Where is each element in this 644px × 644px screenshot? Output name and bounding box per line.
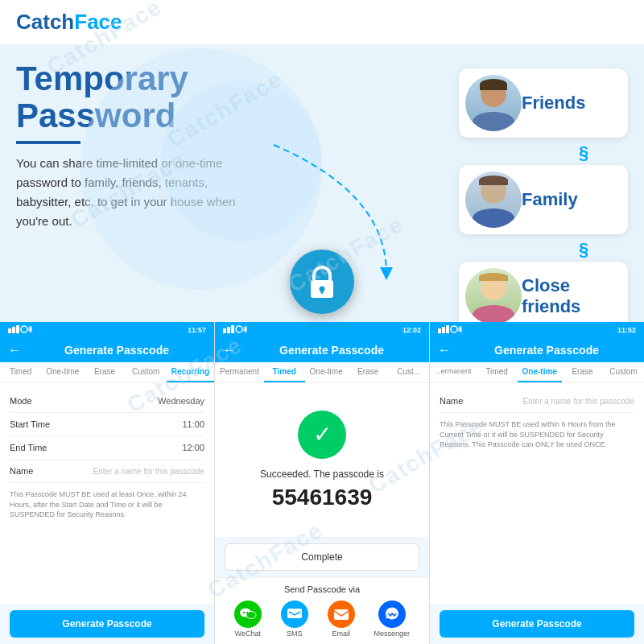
- tab-custom-2[interactable]: Cust...: [388, 362, 429, 382]
- form-row-name-3: Name Enter a name for this passcode: [440, 390, 634, 413]
- form-1: Mode Wednesday Start Time 11:00 End Time…: [0, 383, 214, 604]
- status-bar-3: 11:52: [430, 322, 644, 338]
- form-row-end: End Time 12:00: [10, 436, 204, 460]
- tab-erase-2[interactable]: Erase: [348, 362, 389, 382]
- tab-erase-1[interactable]: Erase: [84, 362, 125, 382]
- tab-timed-3[interactable]: Timed: [477, 362, 518, 382]
- avatar-friends: [465, 75, 522, 131]
- complete-button[interactable]: Complete: [225, 543, 419, 571]
- wechat-svg: [239, 605, 257, 623]
- tab-custom-1[interactable]: Custom: [126, 362, 167, 382]
- svg-rect-3: [8, 328, 11, 333]
- family-label: Family: [522, 189, 578, 210]
- app-header: CatchFace: [0, 0, 644, 44]
- avatar-hair-3: [479, 273, 508, 281]
- phone-screen-2: 12:02 ← Generate Passcode Permanent Time…: [215, 322, 429, 644]
- tabs-1: Timed One-time Erase Custom Recurring: [0, 362, 214, 383]
- start-value: 11:00: [182, 419, 204, 429]
- svg-rect-9: [223, 328, 226, 333]
- email-icon: [328, 601, 355, 628]
- back-button-2[interactable]: ←: [223, 343, 236, 357]
- lock-container: [290, 250, 354, 314]
- status-right-1: 11:57: [188, 326, 206, 334]
- messenger-label: Messenger: [374, 630, 411, 638]
- svg-rect-22: [438, 328, 441, 333]
- svg-rect-27: [460, 328, 461, 331]
- end-value: 12:00: [182, 443, 204, 452]
- svg-point-12: [236, 326, 242, 332]
- tab-timed-2[interactable]: Timed: [264, 362, 305, 382]
- tab-onetime-1[interactable]: One-time: [41, 362, 84, 382]
- status-left-3: [438, 325, 462, 335]
- send-sms[interactable]: SMS: [281, 601, 308, 638]
- name-label-1: Name: [10, 466, 33, 476]
- name-label-3: Name: [440, 396, 463, 406]
- svg-rect-4: [12, 327, 15, 333]
- tab-permanent-3[interactable]: ...ermanent: [430, 362, 477, 382]
- generate-button-1[interactable]: Generate Passcode: [10, 610, 204, 638]
- title-line1: Temporary: [16, 60, 443, 97]
- svg-rect-14: [245, 328, 246, 331]
- tab-erase-3[interactable]: Erase: [562, 362, 603, 382]
- title-underline: [16, 141, 80, 144]
- email-label: Email: [332, 630, 350, 638]
- phones-row: 11:57 ← Generate Passcode Timed One-time…: [0, 322, 644, 644]
- app-nav-1: ← Generate Passcode: [0, 338, 214, 362]
- tab-custom-3[interactable]: Custom: [603, 362, 644, 382]
- screen-title-3: Generate Passcode: [457, 344, 636, 357]
- generate-button-3[interactable]: Generate Passcode: [440, 610, 634, 638]
- svg-rect-24: [446, 325, 449, 333]
- signal-icons-1: [8, 325, 32, 333]
- send-email[interactable]: Email: [328, 601, 355, 638]
- email-svg: [332, 605, 350, 623]
- person-card-friends: Friends: [459, 68, 628, 138]
- tab-recurring-1[interactable]: Recurring: [167, 362, 214, 382]
- tab-permanent-2[interactable]: Permanent: [215, 362, 264, 382]
- avatar-body-2: [473, 208, 514, 228]
- back-button-1[interactable]: ←: [8, 343, 21, 357]
- screen-title-1: Generate Passcode: [27, 344, 206, 357]
- status-bar-1: 11:57: [0, 322, 214, 338]
- start-label: Start Time: [10, 419, 50, 429]
- svg-point-17: [243, 612, 245, 613]
- info-text-3: This Passcode MUST BE used within 6 Hour…: [440, 419, 634, 450]
- svg-rect-23: [442, 327, 445, 333]
- checkmark: ✓: [313, 421, 332, 448]
- form-row-mode: Mode Wednesday: [10, 390, 204, 413]
- avatar-hair-1: [480, 79, 507, 90]
- tab-onetime-2[interactable]: One-time: [305, 362, 348, 382]
- avatar-body-1: [473, 112, 514, 131]
- lock-circle: [290, 250, 354, 314]
- logo-catch: Catch: [16, 10, 74, 35]
- sms-icon: [281, 601, 308, 628]
- form-3: Name Enter a name for this passcode This…: [430, 383, 644, 604]
- send-messenger[interactable]: Messenger: [374, 601, 411, 638]
- svg-rect-5: [16, 325, 19, 333]
- status-right-3: 11:52: [617, 326, 636, 334]
- form-row-start: Start Time 11:00: [10, 413, 204, 436]
- name-placeholder-1[interactable]: Enter a name for this passcode: [93, 467, 204, 476]
- send-wechat[interactable]: WeChat: [234, 601, 262, 638]
- svg-point-25: [451, 326, 457, 332]
- connector-1: §: [459, 142, 628, 163]
- title-line2: Password: [16, 97, 443, 134]
- tab-timed-1[interactable]: Timed: [0, 362, 41, 382]
- signal-icons-2: [223, 325, 247, 333]
- name-placeholder-3[interactable]: Enter a name for this passcode: [523, 397, 634, 406]
- form-row-name: Name Enter a name for this passcode: [10, 460, 204, 483]
- success-area: ✓ Succeeded. The passcode is 55461639: [215, 383, 429, 537]
- people-cards: Friends § Family § Close friends: [459, 60, 628, 334]
- status-left-1: [8, 325, 32, 335]
- back-button-3[interactable]: ←: [438, 343, 451, 357]
- phone-screen-3: 11:52 ← Generate Passcode ...ermanent Ti…: [430, 322, 644, 644]
- wechat-icon: [234, 601, 262, 628]
- avatar-close-friends: [465, 268, 522, 324]
- lock-icon: [306, 264, 338, 299]
- connector-2: §: [459, 239, 628, 260]
- svg-rect-11: [231, 325, 234, 333]
- svg-rect-8: [30, 328, 31, 331]
- send-icons: WeChat SMS: [225, 601, 419, 638]
- friends-label: Friends: [522, 93, 585, 114]
- tab-onetime-3[interactable]: One-time: [518, 362, 562, 382]
- svg-rect-19: [287, 609, 302, 618]
